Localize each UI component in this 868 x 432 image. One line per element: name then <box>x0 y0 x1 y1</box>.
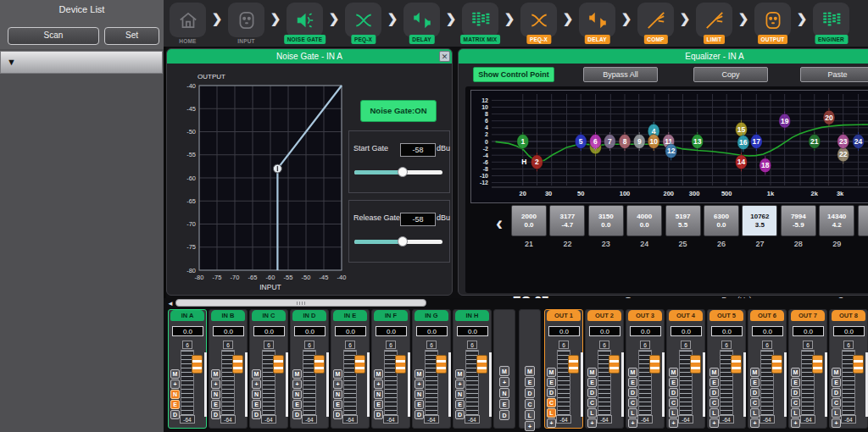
eq-band-button-29[interactable]: 143404.2 <box>819 205 854 236</box>
eq-button[interactable]: E <box>415 400 424 409</box>
release-gate-slider[interactable] <box>354 240 442 244</box>
delay-button[interactable]: D <box>415 410 424 419</box>
polarity-button[interactable]: + <box>170 379 180 389</box>
comp-button[interactable]: C <box>832 398 841 407</box>
gain-display[interactable]: 0.0 <box>793 326 824 336</box>
delay-button[interactable]: D <box>709 388 719 397</box>
mute-button[interactable]: M <box>415 369 424 379</box>
channel-strip-in-g[interactable]: IN G0.06-64M+NED <box>412 309 451 429</box>
delay-button[interactable]: D <box>525 388 535 398</box>
slider-thumb[interactable] <box>398 236 408 246</box>
polarity-button[interactable]: + <box>252 379 261 389</box>
toolbar-item-limit-9[interactable]: LIMIT <box>694 0 734 47</box>
polarity-button[interactable]: + <box>750 418 760 428</box>
gain-display[interactable]: 0.0 <box>589 326 620 336</box>
channel-label[interactable]: OUT 2 <box>587 310 621 321</box>
noise-gate-graph[interactable]: -40-45-50-55-60-65-70-75-80-80-75-70-65-… <box>174 69 353 295</box>
limit-button[interactable]: L <box>791 408 800 418</box>
eq-band-button-21[interactable]: 20000.0 <box>511 205 547 236</box>
toolbar-item-comp-8[interactable]: COMP <box>636 0 676 47</box>
channel-strip-out-7[interactable]: OUT 70.06-64MEDCL+ <box>788 309 827 429</box>
channel-label[interactable]: OUT 3 <box>628 310 662 321</box>
channel-label[interactable]: IN C <box>252 310 286 321</box>
delay-button[interactable]: D <box>252 410 261 419</box>
eq-button[interactable]: E <box>374 400 383 409</box>
eq-button[interactable]: E <box>709 378 719 387</box>
eq-button[interactable]: E <box>587 378 597 387</box>
gain-display[interactable]: 0.0 <box>294 326 326 336</box>
fader-handle[interactable] <box>436 355 447 374</box>
channel-label[interactable]: IN A <box>170 310 204 321</box>
mute-button[interactable]: M <box>211 369 220 379</box>
eq-band-button-24[interactable]: 40000.0 <box>626 205 662 236</box>
delay-button[interactable]: D <box>455 410 465 419</box>
toolbar-item-noise-gate-2[interactable]: NOISE GATE <box>285 0 325 47</box>
mute-button[interactable]: M <box>709 368 719 377</box>
polarity-button[interactable]: + <box>587 418 597 428</box>
copy-button[interactable]: Copy <box>693 67 768 82</box>
toolbar-item-output-10[interactable]: OUTPUT <box>753 0 793 47</box>
fader-handle[interactable] <box>476 355 487 374</box>
toolbar-item-peq-x-3[interactable]: PEQ-X <box>343 0 383 47</box>
gain-display[interactable]: 0.0 <box>376 326 407 336</box>
eq-button[interactable]: E <box>628 378 637 387</box>
channel-label[interactable]: IN F <box>374 310 408 321</box>
channel-label[interactable]: OUT 4 <box>669 310 703 321</box>
noise-gate-button[interactable]: N <box>292 390 302 399</box>
fader-handle[interactable] <box>690 355 701 374</box>
comp-button[interactable]: C <box>587 398 597 407</box>
band-prev-icon[interactable]: ‹ <box>496 212 503 235</box>
channel-strip-in-c[interactable]: IN C0.06-64M+NED <box>249 309 288 429</box>
delay-button[interactable]: D <box>587 388 597 397</box>
gain-display[interactable]: 0.0 <box>833 326 865 336</box>
set-button[interactable]: Set <box>104 27 159 45</box>
toolbar-item-home-0[interactable]: HOME <box>168 0 208 47</box>
mute-button[interactable]: M <box>252 369 261 379</box>
noise-gate-power-button[interactable]: Noise Gate:ON <box>360 100 437 122</box>
toolbar-item-delay-7[interactable]: DELAY <box>577 0 617 47</box>
channel-label[interactable]: OUT 6 <box>750 310 784 321</box>
fader-handle[interactable] <box>771 355 782 374</box>
noise-gate-button[interactable]: N <box>170 390 180 399</box>
gain-display[interactable]: 0.0 <box>670 326 702 336</box>
noise-gate-button[interactable]: N <box>211 390 220 399</box>
comp-button[interactable]: C <box>709 398 719 407</box>
mute-button[interactable]: M <box>587 368 597 377</box>
delay-button[interactable]: D <box>170 410 180 419</box>
channel-label[interactable]: OUT 8 <box>832 310 865 321</box>
toolbar-item-matrix-mix-5[interactable]: MATRIX MIX <box>460 0 500 47</box>
fader-handle[interactable] <box>609 355 620 374</box>
mute-button[interactable]: M <box>333 369 342 379</box>
channel-strip-out-1[interactable]: OUT 10.06-64MEDCL+ <box>544 309 583 429</box>
fader-handle[interactable] <box>568 355 579 374</box>
fader-handle[interactable] <box>273 355 284 374</box>
limit-button[interactable]: L <box>709 408 719 418</box>
limit-button[interactable]: L <box>525 410 535 420</box>
polarity-button[interactable]: + <box>547 418 556 428</box>
limit-button[interactable]: L <box>628 408 637 418</box>
polarity-button[interactable]: + <box>525 421 535 431</box>
mute-button[interactable]: M <box>832 368 841 377</box>
fader-handle[interactable] <box>192 355 203 374</box>
delay-button[interactable]: D <box>791 388 800 397</box>
channel-label[interactable]: OUT 5 <box>709 310 743 321</box>
limit-button[interactable]: L <box>669 408 678 418</box>
gain-display[interactable]: 0.0 <box>457 326 488 336</box>
comp-button[interactable]: C <box>669 398 678 407</box>
channel-strip-in-d[interactable]: IN D0.06-64M+NED <box>290 309 329 429</box>
channel-strip-in-h[interactable]: IN H0.06-64M+NED <box>453 309 492 429</box>
polarity-button[interactable]: + <box>832 418 841 428</box>
delay-button[interactable]: D <box>669 388 678 397</box>
eq-button[interactable]: E <box>170 400 180 409</box>
eq-button[interactable]: E <box>832 378 841 387</box>
horizontal-scrollbar[interactable] <box>175 299 426 307</box>
delay-button[interactable]: D <box>374 410 383 419</box>
fader-handle[interactable] <box>731 355 742 374</box>
mute-button[interactable]: M <box>547 368 556 377</box>
fader-handle[interactable] <box>314 355 325 374</box>
slider-thumb[interactable] <box>398 167 408 177</box>
fader-handle[interactable] <box>395 355 406 374</box>
eq-button[interactable]: E <box>669 378 678 387</box>
start-gate-slider[interactable] <box>354 170 442 174</box>
noise-gate-button[interactable]: N <box>252 390 261 399</box>
